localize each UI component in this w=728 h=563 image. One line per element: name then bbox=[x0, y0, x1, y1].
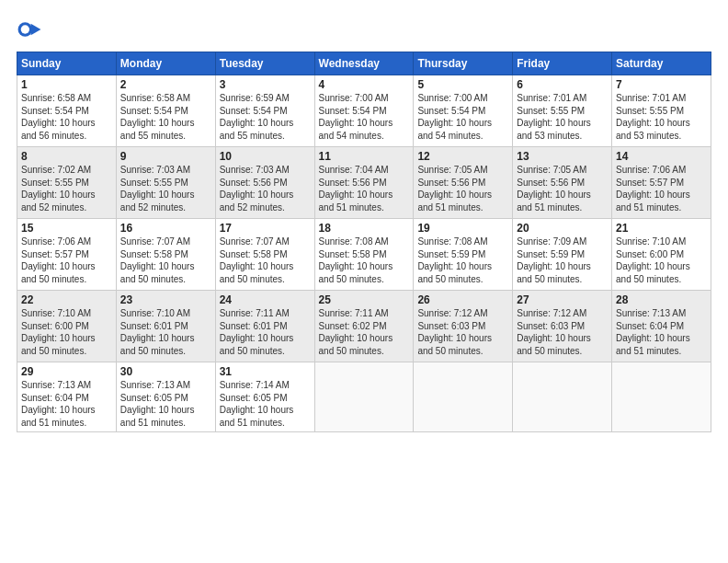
calendar-cell: 30Sunrise: 7:13 AM Sunset: 6:05 PM Dayli… bbox=[116, 362, 215, 432]
day-number: 15 bbox=[21, 222, 112, 235]
day-number: 18 bbox=[319, 222, 410, 235]
day-info: Sunrise: 7:01 AM Sunset: 5:55 PM Dayligh… bbox=[616, 92, 707, 142]
day-info: Sunrise: 7:07 AM Sunset: 5:58 PM Dayligh… bbox=[220, 236, 311, 285]
calendar-cell: 18Sunrise: 7:08 AM Sunset: 5:58 PM Dayli… bbox=[314, 219, 414, 291]
calendar-cell: 5Sunrise: 7:00 AM Sunset: 5:54 PM Daylig… bbox=[414, 75, 513, 147]
day-number: 29 bbox=[21, 365, 112, 378]
svg-marker-1 bbox=[31, 24, 41, 35]
day-number: 23 bbox=[120, 293, 211, 306]
day-info: Sunrise: 7:04 AM Sunset: 5:56 PM Dayligh… bbox=[319, 164, 410, 213]
day-number: 16 bbox=[120, 222, 211, 235]
day-number: 17 bbox=[220, 222, 311, 235]
day-number: 10 bbox=[220, 150, 311, 163]
calendar-header-saturday: Saturday bbox=[612, 52, 711, 75]
calendar-cell bbox=[414, 362, 513, 432]
day-number: 2 bbox=[120, 78, 211, 91]
calendar-cell: 8Sunrise: 7:02 AM Sunset: 5:55 PM Daylig… bbox=[17, 147, 117, 219]
day-info: Sunrise: 7:08 AM Sunset: 5:59 PM Dayligh… bbox=[417, 236, 508, 285]
svg-point-2 bbox=[21, 25, 29, 33]
day-number: 28 bbox=[616, 293, 707, 306]
day-info: Sunrise: 7:06 AM Sunset: 5:57 PM Dayligh… bbox=[616, 164, 707, 213]
day-number: 31 bbox=[220, 365, 311, 378]
day-number: 1 bbox=[21, 78, 112, 91]
day-info: Sunrise: 7:01 AM Sunset: 5:55 PM Dayligh… bbox=[517, 92, 608, 142]
day-info: Sunrise: 7:02 AM Sunset: 5:55 PM Dayligh… bbox=[21, 164, 112, 213]
day-info: Sunrise: 7:11 AM Sunset: 6:02 PM Dayligh… bbox=[319, 307, 410, 357]
day-number: 26 bbox=[417, 293, 508, 306]
day-number: 22 bbox=[21, 293, 112, 306]
calendar-header-thursday: Thursday bbox=[414, 52, 513, 75]
calendar-cell: 16Sunrise: 7:07 AM Sunset: 5:58 PM Dayli… bbox=[116, 219, 215, 291]
day-number: 27 bbox=[517, 293, 608, 306]
calendar-header-friday: Friday bbox=[513, 52, 612, 75]
day-info: Sunrise: 7:06 AM Sunset: 5:57 PM Dayligh… bbox=[21, 236, 112, 285]
calendar-cell: 14Sunrise: 7:06 AM Sunset: 5:57 PM Dayli… bbox=[612, 147, 711, 219]
day-info: Sunrise: 7:13 AM Sunset: 6:05 PM Dayligh… bbox=[120, 379, 211, 429]
day-info: Sunrise: 7:08 AM Sunset: 5:58 PM Dayligh… bbox=[319, 236, 410, 285]
calendar-cell: 27Sunrise: 7:12 AM Sunset: 6:03 PM Dayli… bbox=[513, 291, 612, 362]
day-info: Sunrise: 7:00 AM Sunset: 5:54 PM Dayligh… bbox=[319, 92, 410, 142]
day-number: 21 bbox=[616, 222, 707, 235]
calendar-row: 29Sunrise: 7:13 AM Sunset: 6:04 PM Dayli… bbox=[17, 362, 711, 432]
day-number: 6 bbox=[517, 78, 608, 91]
day-info: Sunrise: 7:05 AM Sunset: 5:56 PM Dayligh… bbox=[517, 164, 608, 213]
day-number: 30 bbox=[120, 365, 211, 378]
day-number: 25 bbox=[319, 293, 410, 306]
day-number: 19 bbox=[417, 222, 508, 235]
day-info: Sunrise: 7:12 AM Sunset: 6:03 PM Dayligh… bbox=[517, 307, 608, 357]
day-number: 3 bbox=[220, 78, 311, 91]
day-info: Sunrise: 7:07 AM Sunset: 5:58 PM Dayligh… bbox=[120, 236, 211, 285]
calendar-cell: 23Sunrise: 7:10 AM Sunset: 6:01 PM Dayli… bbox=[116, 291, 215, 362]
calendar-header-tuesday: Tuesday bbox=[215, 52, 314, 75]
calendar-cell: 15Sunrise: 7:06 AM Sunset: 5:57 PM Dayli… bbox=[17, 219, 117, 291]
day-number: 4 bbox=[319, 78, 410, 91]
calendar-cell bbox=[513, 362, 612, 432]
day-number: 9 bbox=[120, 150, 211, 163]
calendar-cell: 31Sunrise: 7:14 AM Sunset: 6:05 PM Dayli… bbox=[215, 362, 314, 432]
calendar-cell: 9Sunrise: 7:03 AM Sunset: 5:55 PM Daylig… bbox=[116, 147, 215, 219]
calendar-cell: 10Sunrise: 7:03 AM Sunset: 5:56 PM Dayli… bbox=[215, 147, 314, 219]
calendar-cell: 1Sunrise: 6:58 AM Sunset: 5:54 PM Daylig… bbox=[17, 75, 117, 147]
day-info: Sunrise: 6:58 AM Sunset: 5:54 PM Dayligh… bbox=[120, 92, 211, 142]
calendar-row: 15Sunrise: 7:06 AM Sunset: 5:57 PM Dayli… bbox=[17, 219, 711, 291]
day-info: Sunrise: 7:10 AM Sunset: 6:00 PM Dayligh… bbox=[616, 236, 707, 285]
calendar-cell: 2Sunrise: 6:58 AM Sunset: 5:54 PM Daylig… bbox=[116, 75, 215, 147]
day-info: Sunrise: 6:58 AM Sunset: 5:54 PM Dayligh… bbox=[21, 92, 112, 142]
day-number: 8 bbox=[21, 150, 112, 163]
calendar-cell: 3Sunrise: 6:59 AM Sunset: 5:54 PM Daylig… bbox=[215, 75, 314, 147]
day-info: Sunrise: 7:12 AM Sunset: 6:03 PM Dayligh… bbox=[417, 307, 508, 357]
calendar-cell: 4Sunrise: 7:00 AM Sunset: 5:54 PM Daylig… bbox=[314, 75, 414, 147]
day-number: 5 bbox=[417, 78, 508, 91]
calendar-header-row: SundayMondayTuesdayWednesdayThursdayFrid… bbox=[17, 52, 711, 75]
calendar-cell: 21Sunrise: 7:10 AM Sunset: 6:00 PM Dayli… bbox=[612, 219, 711, 291]
calendar: SundayMondayTuesdayWednesdayThursdayFrid… bbox=[17, 52, 711, 432]
calendar-cell: 28Sunrise: 7:13 AM Sunset: 6:04 PM Dayli… bbox=[612, 291, 711, 362]
day-number: 20 bbox=[517, 222, 608, 235]
calendar-cell: 6Sunrise: 7:01 AM Sunset: 5:55 PM Daylig… bbox=[513, 75, 612, 147]
day-info: Sunrise: 7:13 AM Sunset: 6:04 PM Dayligh… bbox=[21, 379, 112, 429]
calendar-header-wednesday: Wednesday bbox=[314, 52, 414, 75]
calendar-row: 22Sunrise: 7:10 AM Sunset: 6:00 PM Dayli… bbox=[17, 291, 711, 362]
day-info: Sunrise: 7:05 AM Sunset: 5:56 PM Dayligh… bbox=[417, 164, 508, 213]
calendar-cell: 20Sunrise: 7:09 AM Sunset: 5:59 PM Dayli… bbox=[513, 219, 612, 291]
day-info: Sunrise: 7:03 AM Sunset: 5:55 PM Dayligh… bbox=[120, 164, 211, 213]
calendar-header-sunday: Sunday bbox=[17, 52, 117, 75]
day-info: Sunrise: 7:11 AM Sunset: 6:01 PM Dayligh… bbox=[220, 307, 311, 357]
day-number: 11 bbox=[319, 150, 410, 163]
day-info: Sunrise: 7:14 AM Sunset: 6:05 PM Dayligh… bbox=[220, 379, 311, 429]
day-info: Sunrise: 7:00 AM Sunset: 5:54 PM Dayligh… bbox=[417, 92, 508, 142]
calendar-cell: 29Sunrise: 7:13 AM Sunset: 6:04 PM Dayli… bbox=[17, 362, 117, 432]
day-info: Sunrise: 7:03 AM Sunset: 5:56 PM Dayligh… bbox=[220, 164, 311, 213]
logo bbox=[17, 17, 48, 42]
calendar-cell: 17Sunrise: 7:07 AM Sunset: 5:58 PM Dayli… bbox=[215, 219, 314, 291]
logo-icon bbox=[17, 17, 42, 42]
calendar-cell: 24Sunrise: 7:11 AM Sunset: 6:01 PM Dayli… bbox=[215, 291, 314, 362]
calendar-cell: 19Sunrise: 7:08 AM Sunset: 5:59 PM Dayli… bbox=[414, 219, 513, 291]
calendar-cell: 7Sunrise: 7:01 AM Sunset: 5:55 PM Daylig… bbox=[612, 75, 711, 147]
day-number: 7 bbox=[616, 78, 707, 91]
calendar-cell: 12Sunrise: 7:05 AM Sunset: 5:56 PM Dayli… bbox=[414, 147, 513, 219]
day-number: 14 bbox=[616, 150, 707, 163]
calendar-cell: 13Sunrise: 7:05 AM Sunset: 5:56 PM Dayli… bbox=[513, 147, 612, 219]
calendar-cell bbox=[314, 362, 414, 432]
page-header bbox=[17, 17, 711, 42]
